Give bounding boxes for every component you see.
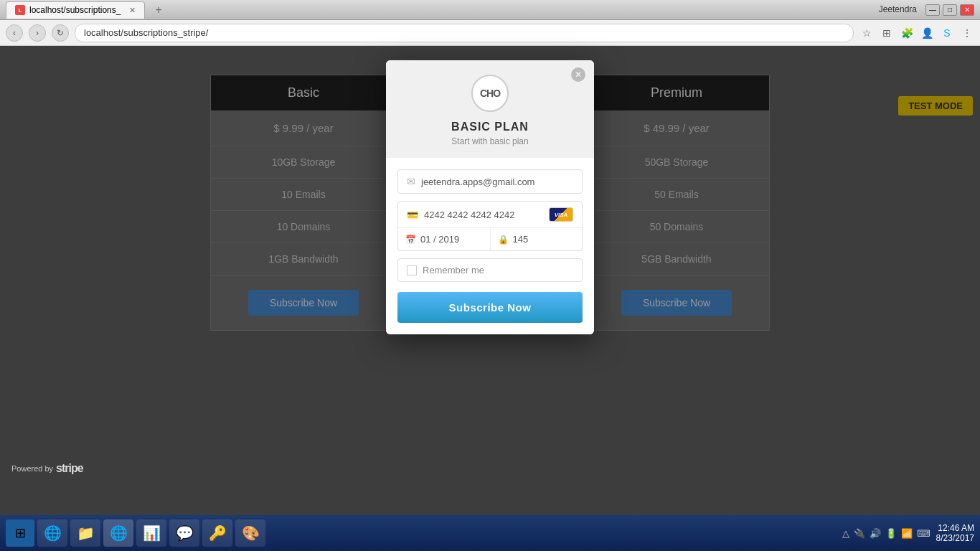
modal-plan-subtitle: Start with basic plan [400,136,580,146]
card-input-group: 💳 4242 4242 4242 4242 VISA 📅 01 / 2019 🔒… [397,201,583,251]
browser-tab[interactable]: L localhost/subscriptions_ ✕ [6,1,145,19]
system-icons: △ 🔌 🔊 🔋 📶 ⌨ [842,528,930,539]
modal-header: ✕ CHO BASIC PLAN Start with basic plan [386,60,594,158]
volume-icon: 🔊 [870,528,881,539]
toolbar-icons: ☆ ⊞ 🧩 👤 S ⋮ [859,26,974,40]
modal-close-button[interactable]: ✕ [571,67,585,82]
email-value: jeetendra.apps@gmail.com [421,176,573,187]
maximize-button[interactable]: □ [943,4,957,16]
modal-logo: CHO [471,75,509,112]
taskbar: ⊞ 🌐 📁 🌐 📊 💬 🔑 🎨 △ 🔌 🔊 🔋 📶 ⌨ 12:46 AM 8/2… [0,515,980,551]
powered-text: Powered by [11,464,53,473]
modal-body: ✉ jeetendra.apps@gmail.com 💳 4242 4242 4… [386,158,594,334]
taskbar-right: △ 🔌 🔊 🔋 📶 ⌨ 12:46 AM 8/23/2017 [842,523,974,543]
card-expiry-cvv-row: 📅 01 / 2019 🔒 145 [398,228,582,250]
taskbar-chrome[interactable]: 🌐 [103,519,133,547]
cvv-value: 145 [513,234,529,245]
email-icon: ✉ [407,176,415,187]
remember-me-label: Remember me [423,265,484,276]
windows-icon: ⊞ [15,525,26,541]
network-icon: 🔌 [854,528,865,539]
stripe-logo: stripe [56,462,83,475]
taskbar-skype[interactable]: 💬 [169,519,199,547]
menu-icon[interactable]: ⋮ [960,26,974,40]
lock-icon: 🔒 [498,235,509,245]
user-label: Jeetendra [879,4,917,16]
powered-by-stripe: Powered by stripe [11,462,83,475]
cvv-cell: 🔒 145 [491,228,583,250]
modal-plan-name: BASIC PLAN [400,121,580,133]
clock-time: 12:46 AM [936,523,974,533]
keyboard-icon: ⌨ [917,528,930,539]
expiry-value: 01 / 2019 [420,234,459,245]
calendar-icon: 📅 [405,235,416,245]
arrow-icon: △ [842,528,849,539]
taskbar-explorer[interactable]: 📁 [70,519,100,547]
taskbar-slides[interactable]: 📊 [136,519,166,547]
start-button[interactable]: ⊞ [6,519,34,547]
clock-display: 12:46 AM 8/23/2017 [936,523,974,543]
profile-icon[interactable]: 👤 [920,26,934,40]
window-controls: Jeetendra — □ ✕ [879,4,974,16]
remember-me-checkbox[interactable] [407,265,417,276]
taskbar-key[interactable]: 🔑 [202,519,232,547]
grid-icon[interactable]: ⊞ [880,26,894,40]
tab-close-button[interactable]: ✕ [129,6,136,15]
minimize-button[interactable]: — [925,4,940,16]
modal-overlay: ✕ CHO BASIC PLAN Start with basic plan ✉… [0,46,980,515]
visa-badge: VISA [549,207,573,222]
new-tab-button[interactable]: + [151,4,166,17]
browser-addressbar: ‹ › ↻ ☆ ⊞ 🧩 👤 S ⋮ [0,20,980,46]
card-icon: 💳 [407,209,418,220]
browser-titlebar: L localhost/subscriptions_ ✕ + Jeetendra… [0,0,980,20]
email-input-wrap: ✉ jeetendra.apps@gmail.com [397,169,583,194]
subscribe-now-button[interactable]: Subscribe Now [397,292,583,323]
tab-favicon: L [15,5,25,15]
refresh-button[interactable]: ↻ [52,24,69,42]
tab-title: localhost/subscriptions_ [29,5,121,15]
remember-me-row: Remember me [397,258,583,282]
expiry-cell: 📅 01 / 2019 [398,228,491,250]
card-number-row: 💳 4242 4242 4242 4242 VISA [398,202,582,228]
back-button[interactable]: ‹ [6,24,23,42]
battery-icon: 🔋 [885,528,897,539]
close-button[interactable]: ✕ [960,4,974,16]
stripe-payment-modal: ✕ CHO BASIC PLAN Start with basic plan ✉… [386,60,594,334]
address-bar[interactable] [75,24,854,42]
forward-button[interactable]: › [29,24,46,42]
bookmark-icon[interactable]: ☆ [859,26,874,40]
taskbar-paint[interactable]: 🎨 [235,519,265,547]
signal-icon: 📶 [901,528,913,539]
extensions-icon[interactable]: 🧩 [900,26,914,40]
taskbar-ie[interactable]: 🌐 [37,519,67,547]
skype-icon[interactable]: S [940,26,954,40]
card-number-value: 4242 4242 4242 4242 [424,209,543,220]
clock-date: 8/23/2017 [936,533,974,543]
